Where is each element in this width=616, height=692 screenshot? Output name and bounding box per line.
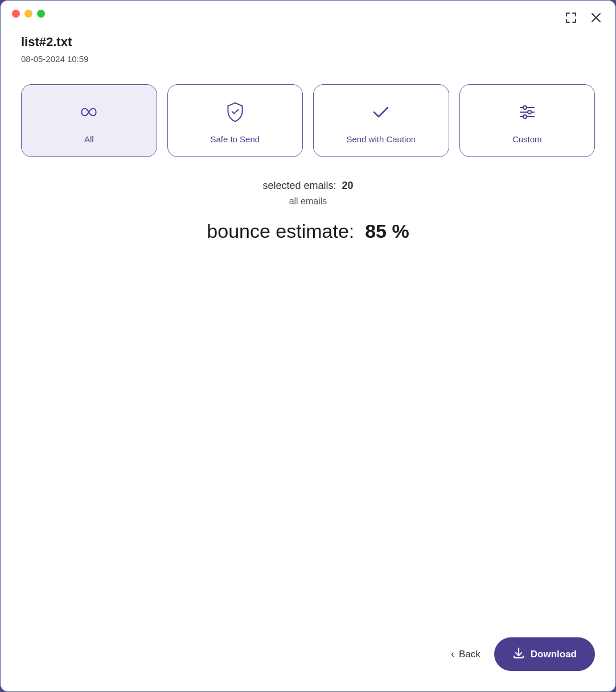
chevron-left-icon: ‹ bbox=[451, 648, 454, 660]
all-emails-label: all emails bbox=[21, 196, 595, 207]
infinity-icon bbox=[79, 102, 99, 125]
stats-section: selected emails: 20 all emails bounce es… bbox=[21, 180, 595, 242]
svg-point-5 bbox=[523, 115, 527, 118]
svg-point-3 bbox=[523, 106, 527, 109]
filter-card-safe[interactable]: Safe to Send bbox=[167, 84, 303, 157]
svg-point-4 bbox=[528, 110, 531, 114]
titlebar bbox=[1, 1, 615, 23]
back-label: Back bbox=[459, 649, 481, 660]
filter-card-caution[interactable]: Send with Caution bbox=[313, 84, 449, 157]
download-icon bbox=[512, 646, 525, 662]
close-button[interactable] bbox=[588, 10, 604, 26]
fullscreen-button[interactable] bbox=[563, 10, 579, 26]
filter-label-caution: Send with Caution bbox=[346, 134, 416, 144]
filter-label-custom: Custom bbox=[512, 134, 542, 144]
download-label: Download bbox=[531, 649, 577, 660]
download-button[interactable]: Download bbox=[494, 637, 595, 671]
selected-emails-text: selected emails: 20 bbox=[21, 180, 595, 192]
filter-label-safe: Safe to Send bbox=[210, 134, 260, 144]
file-date: 08-05-2024 10:59 bbox=[21, 54, 595, 64]
main-content: list#2.txt 08-05-2024 10:59 All bbox=[1, 23, 615, 626]
close-traffic-light[interactable] bbox=[12, 10, 20, 18]
bounce-value: 85 % bbox=[365, 220, 409, 242]
titlebar-actions bbox=[563, 10, 604, 26]
selected-count: 20 bbox=[342, 180, 354, 191]
app-window: list#2.txt 08-05-2024 10:59 All bbox=[0, 0, 616, 692]
bounce-estimate-text: bounce estimate: 85 % bbox=[21, 220, 595, 242]
filter-card-all[interactable]: All bbox=[21, 84, 157, 157]
selected-label: selected emails: bbox=[262, 180, 336, 191]
minimize-traffic-light[interactable] bbox=[24, 10, 32, 18]
filter-label-all: All bbox=[84, 134, 94, 144]
bounce-label: bounce estimate: bbox=[207, 220, 354, 242]
sliders-icon bbox=[517, 102, 537, 125]
maximize-traffic-light[interactable] bbox=[37, 10, 45, 18]
bottom-bar: ‹ Back Download bbox=[1, 626, 615, 691]
checkmark-icon bbox=[371, 102, 391, 125]
filter-cards: All Safe to Send Send bbox=[21, 84, 595, 157]
back-button[interactable]: ‹ Back bbox=[451, 648, 481, 660]
shield-check-icon bbox=[225, 102, 245, 125]
traffic-lights bbox=[12, 10, 45, 18]
file-title: list#2.txt bbox=[21, 35, 595, 50]
filter-card-custom[interactable]: Custom bbox=[459, 84, 596, 157]
